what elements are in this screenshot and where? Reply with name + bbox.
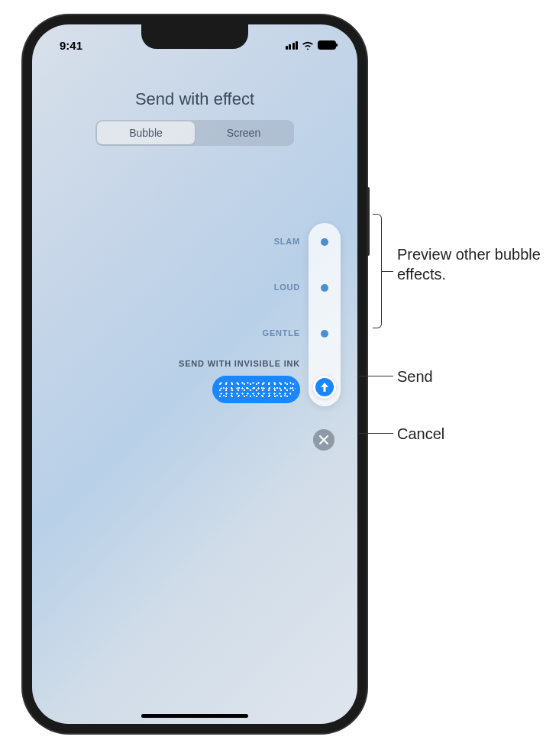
callout-preview: Preview other bubble effects. (397, 244, 559, 284)
callout-cancel: Cancel (397, 424, 444, 444)
message-bubble-preview (212, 376, 300, 403)
effects-selector-track (309, 223, 341, 406)
effect-dot-loud[interactable] (321, 284, 328, 292)
effect-label-loud: LOUD (274, 283, 300, 292)
wifi-icon (302, 40, 314, 50)
effect-label-gentle: GENTLE (263, 328, 300, 338)
effect-dot-slam[interactable] (321, 238, 328, 246)
invisible-ink-effect (217, 381, 296, 398)
page-title: Send with effect (32, 89, 357, 109)
callout-send: Send (397, 367, 433, 386)
phone-screen: 9:41 Send with effect Bubble Screen SLAM… (32, 24, 357, 724)
send-button[interactable] (313, 376, 336, 399)
effect-label-invisible-ink: SEND WITH INVISIBLE INK (179, 359, 300, 368)
effect-type-segmented-control[interactable]: Bubble Screen (95, 120, 294, 146)
effect-dot-gentle[interactable] (321, 330, 328, 338)
callout-line-preview (382, 271, 393, 272)
callout-line-cancel (359, 433, 393, 434)
battery-icon (318, 40, 336, 50)
phone-frame: 9:41 Send with effect Bubble Screen SLAM… (23, 15, 367, 733)
cellular-icon (286, 41, 299, 50)
cancel-button[interactable] (313, 429, 334, 451)
callout-line-send (359, 376, 393, 376)
tab-screen[interactable]: Screen (195, 121, 292, 144)
status-time: 9:41 (53, 39, 82, 52)
home-indicator[interactable] (141, 714, 248, 718)
power-button (367, 187, 370, 256)
arrow-up-icon (315, 377, 334, 397)
tab-bubble[interactable]: Bubble (97, 121, 195, 144)
notch (141, 24, 248, 49)
effect-label-slam: SLAM (274, 237, 300, 246)
callout-bracket-preview (373, 214, 382, 328)
close-icon (319, 435, 328, 444)
